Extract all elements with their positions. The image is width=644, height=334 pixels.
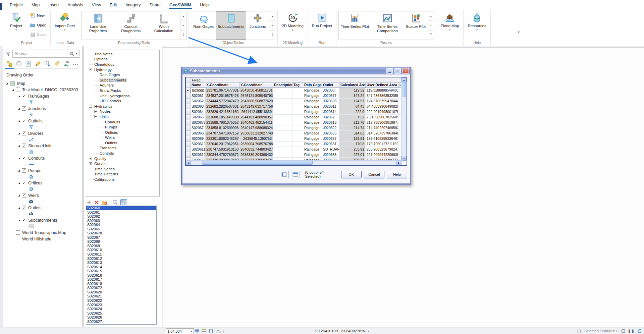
cell-calculated-area[interactable]: 222.9 <box>339 109 366 115</box>
row-selector[interactable]: ▸ <box>186 88 191 93</box>
cell-tag[interactable] <box>292 136 303 142</box>
cell-rain-gage[interactable]: Raingage <box>303 93 322 99</box>
column-header-calculated-area[interactable]: Calculated Area <box>339 82 366 88</box>
geoswmm-tree-item-lid-controls[interactable]: LID Controls <box>88 98 159 104</box>
scroll-up-icon[interactable]: ▴ <box>269 11 275 21</box>
menu-item-map[interactable]: Map <box>27 0 44 10</box>
expander-icon[interactable]: ◢ <box>17 107 21 110</box>
cell-calculated-area[interactable]: 124.57 <box>339 99 366 104</box>
land-use-properties-button[interactable]: Land Use Properties <box>82 11 114 40</box>
object-id-row[interactable]: S020678 <box>86 231 156 235</box>
collapse-icon[interactable] <box>94 115 97 118</box>
table-row[interactable]: S020678231588.790137535282640462.4821544… <box>186 120 401 125</box>
scroll-right-arrow[interactable]: ▶ <box>396 161 401 165</box>
cell-user-defined-area[interactable]: 75.19989007825609 <box>366 115 398 120</box>
cell-rain-gage[interactable]: Raingage <box>303 125 322 131</box>
attribute-table-icon[interactable] <box>202 329 206 333</box>
layer-item-test-model-dncc-20250303[interactable]: ◢Test-Model_DNCC_20250303 <box>3 87 82 93</box>
expand-gallery-icon[interactable]: ▾ <box>428 31 434 40</box>
vertical-scrollbar[interactable]: ▲ ▼ <box>401 77 407 161</box>
cell-rain-gage[interactable]: Raingage <box>303 147 322 152</box>
list-by-selection-button[interactable] <box>25 60 32 67</box>
help-button[interactable]: Help <box>387 171 407 178</box>
table-row[interactable]: S02069233301.808234626752639845.1390753R… <box>186 136 401 142</box>
cell-tag[interactable] <box>292 109 303 115</box>
cancel-button[interactable]: Cancel <box>364 171 384 178</box>
cell-description[interactable] <box>273 120 292 125</box>
width-calculation-button[interactable]: Width Calculation <box>147 11 180 40</box>
expander-icon[interactable]: ◢ <box>17 182 21 184</box>
form-view-toggle-button[interactable] <box>291 171 300 178</box>
geoswmm-tree-item-orifices[interactable]: Orifices <box>88 130 159 135</box>
cell-calculated-area[interactable]: 253.91 <box>339 147 366 152</box>
cell-description[interactable] <box>273 152 292 158</box>
expand-icon[interactable] <box>94 110 97 113</box>
cell-outlet[interactable]: SU_RUAP <box>322 147 339 152</box>
table-row[interactable]: S02063232682.28205070312643149.033717756… <box>186 104 401 109</box>
filter-icon[interactable] <box>6 51 11 56</box>
horizontal-scrollbar[interactable]: ◀ ▶ <box>186 160 401 165</box>
row-selector[interactable] <box>186 120 191 125</box>
cell-rain-gage[interactable]: Raingage <box>303 152 322 158</box>
layer-visibility-checkbox[interactable]: ✓ <box>22 119 26 123</box>
project-button[interactable]: Project ▾ <box>5 11 28 40</box>
cell-x-coordinate[interactable]: 232682.2820507031 <box>205 104 239 109</box>
menu-item-edit[interactable]: Edit <box>105 0 121 10</box>
layer-item-outfalls[interactable]: ◢✓Outfalls <box>3 118 82 124</box>
column-header-description[interactable]: Description <box>273 82 292 88</box>
cell-calculated-area[interactable]: 347.24 <box>339 93 366 99</box>
cell-y-coordinate[interactable]: 2638633.2320277407 <box>239 131 273 136</box>
cell-calculated-area[interactable]: 119.32 <box>339 88 366 93</box>
layer-item-subcatchments[interactable]: ◢✓Subcatchments <box>3 217 82 223</box>
cell-name[interactable]: S02061 <box>191 93 205 99</box>
conduit-roughness-button[interactable]: Conduit Roughness <box>114 11 147 40</box>
cell-x-coordinate[interactable]: 234707.54719071524 <box>205 131 239 136</box>
row-selector[interactable] <box>186 93 191 99</box>
cell-user-defined-area[interactable]: 253.90652367902473 <box>366 147 398 152</box>
cell-rain-gage[interactable]: Raingage <box>303 142 322 147</box>
cell-tag[interactable] <box>292 131 303 136</box>
row-selector[interactable] <box>186 152 191 158</box>
row-selector[interactable] <box>186 109 191 115</box>
cell-name[interactable]: S020610 <box>191 142 205 147</box>
scroll-up-icon[interactable]: ▴ <box>180 11 186 21</box>
layer-item-storageunits[interactable]: ◢✓StorageUnits <box>3 143 82 149</box>
layer-visibility-checkbox[interactable] <box>16 237 20 241</box>
layer-visibility-checkbox[interactable]: ✓ <box>22 206 26 210</box>
cell-x-coordinate[interactable]: 234444.57729474799 <box>205 99 239 104</box>
time-series-comparison-button[interactable]: Time Series Comparison <box>371 11 404 40</box>
cell-y-coordinate[interactable]: 2640832.7448034273 <box>239 147 273 152</box>
cell-description[interactable] <box>273 136 292 142</box>
cell-user-defined-area[interactable]: 212.75530630199773 <box>366 120 398 125</box>
import-data-button[interactable]: Import Data ▾ <box>53 11 77 40</box>
cell-outlet[interactable]: J020611 <box>322 104 339 109</box>
cell-rain-gage[interactable]: Raingage <box>303 104 322 109</box>
cell-description[interactable] <box>273 142 292 147</box>
expander-icon[interactable]: ◢ <box>17 145 21 147</box>
cell-description[interactable] <box>273 93 292 99</box>
list-by-editing-button[interactable] <box>35 60 41 67</box>
layer-visibility-checkbox[interactable]: ✓ <box>22 168 26 173</box>
geoswmm-tree-item-pumps[interactable]: Pumps <box>88 124 159 130</box>
time-series-plot-button[interactable]: Time Series Plot <box>339 11 371 40</box>
menu-item-geoswmm[interactable]: GeoSWMM <box>165 0 196 10</box>
cell-calculated-area[interactable]: 227.01 <box>339 152 366 158</box>
layer-item-orifices[interactable]: ◢✓Orifices <box>3 180 82 186</box>
table-row[interactable]: S02065231608.185114990862644181.48809035… <box>186 115 401 120</box>
snapping-toggle-icon[interactable] <box>209 329 213 333</box>
cell-user-defined-area[interactable]: 314.62673978638486 <box>366 131 398 136</box>
cell-rain-gage[interactable]: Raingage <box>303 88 322 93</box>
layer-item-map[interactable]: ◢Map <box>3 80 82 87</box>
table-row[interactable]: S02068234707.547190715242638633.23202774… <box>186 131 401 136</box>
cell-calculated-area[interactable]: 64.43 <box>339 104 366 109</box>
cell-user-defined-area[interactable]: 214.74022974695922 <box>366 125 398 131</box>
layer-visibility-checkbox[interactable] <box>16 88 20 92</box>
cell-calculated-area[interactable]: 139.61 <box>339 136 366 142</box>
column-header-rain-gage[interactable]: Rain Gage <box>303 82 322 88</box>
expander-icon[interactable]: ◢ <box>17 219 21 222</box>
cell-description[interactable] <box>273 131 292 136</box>
column-header-user-defined-area[interactable]: User Defined Area <box>366 82 398 88</box>
cell-outlet[interactable]: J020631 <box>322 142 339 147</box>
cell-x-coordinate[interactable]: 233301.80823462675 <box>205 136 239 142</box>
object-id-row[interactable]: S02063 <box>86 219 156 223</box>
